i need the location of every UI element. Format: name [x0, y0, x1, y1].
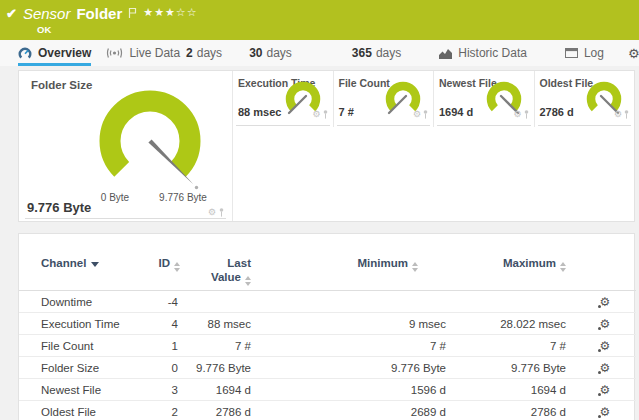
- column-label: Last: [227, 257, 251, 269]
- channel-name[interactable]: File Count: [19, 335, 154, 357]
- gauge-scale-max: 9.776 Byte: [159, 192, 207, 203]
- channel-id: 1: [154, 335, 184, 357]
- pin-icon[interactable]: [219, 203, 224, 221]
- channel-maximum: [454, 291, 574, 313]
- tab-2-days[interactable]: 2 days: [186, 40, 222, 66]
- priority-stars[interactable]: ★★★☆☆: [143, 6, 197, 19]
- table-row: Newest File 3 1694 d 1596 d 1694 d ⚙: [19, 379, 636, 401]
- channel-minimum: 1596 d: [259, 379, 454, 401]
- divider: [25, 218, 226, 219]
- tab-historic-data[interactable]: Historic Data: [439, 40, 527, 66]
- mini-gauges-row: Execution Time 88 msec ⚙ File Count 7 # …: [233, 71, 634, 221]
- channel-last-value: 2786 d: [184, 401, 259, 420]
- tab-365-days[interactable]: 365 days: [352, 40, 401, 66]
- channel-last-value: 9.776 Byte: [184, 357, 259, 379]
- table-row: File Count 1 7 # 7 # 7 # ⚙: [19, 335, 636, 357]
- tab-live-data[interactable]: Live Data: [106, 40, 180, 66]
- sort-icon: [174, 262, 180, 272]
- tab-label: Log: [584, 46, 604, 60]
- pin-icon[interactable]: [624, 105, 629, 123]
- channel-last-value: 1694 d: [184, 379, 259, 401]
- channel-id: 2: [154, 401, 184, 420]
- channel-settings-gear-icon[interactable]: ⚙: [600, 296, 611, 308]
- column-header-channel[interactable]: Channel: [19, 234, 154, 291]
- channel-maximum: 9.776 Byte: [454, 357, 574, 379]
- tab-label: Live Data: [129, 46, 180, 60]
- channel-id: -4: [154, 291, 184, 313]
- file-count-gauge-panel[interactable]: File Count 7 # ⚙: [334, 71, 435, 127]
- channel-settings-gear-icon[interactable]: ⚙: [600, 340, 611, 352]
- channel-id: 4: [154, 313, 184, 335]
- sensor-type-label: Sensor: [23, 5, 71, 22]
- gauge-value: 88 msec: [238, 106, 281, 118]
- oldest-file-gauge-panel[interactable]: Oldest File 2786 d ⚙: [535, 71, 635, 127]
- table-header-row: Channel ID LastValue Minimum Maximum: [19, 234, 636, 291]
- newest-file-gauge-panel[interactable]: Newest File 1694 d ⚙: [434, 71, 535, 127]
- sort-icon: [245, 276, 251, 286]
- tab-label: days: [266, 46, 291, 60]
- column-label: Value: [211, 271, 241, 283]
- folder-size-gauge-panel[interactable]: Folder Size 0 Byte 9.776 Byte 9.776 Byte…: [19, 71, 233, 221]
- column-header-actions: [574, 234, 636, 291]
- channel-settings-gear-icon[interactable]: ⚙: [600, 406, 611, 418]
- table-row: Downtime -4 ⚙: [19, 291, 636, 313]
- channel-name[interactable]: Execution Time: [19, 313, 154, 335]
- channel-settings-gear-icon[interactable]: ⚙: [600, 362, 611, 374]
- channel-maximum: 2786 d: [454, 401, 574, 420]
- channel-settings-gear-icon[interactable]: ⚙: [600, 384, 611, 396]
- column-header-id[interactable]: ID: [154, 234, 184, 291]
- column-header-maximum[interactable]: Maximum: [454, 234, 574, 291]
- gauge-scale-min: 0 Byte: [101, 192, 130, 203]
- status-badge: OK: [37, 24, 639, 35]
- tab-settings[interactable]: ⚙ Settings: [628, 40, 639, 66]
- column-label: Channel: [41, 257, 86, 269]
- overview-gauges-panel: Folder Size 0 Byte 9.776 Byte 9.776 Byte…: [18, 70, 635, 222]
- gear-icon[interactable]: ⚙: [312, 110, 320, 119]
- channel-minimum: [259, 291, 454, 313]
- channel-maximum: 1694 d: [454, 379, 574, 401]
- channel-last-value: 88 msec: [184, 313, 259, 335]
- gear-icon[interactable]: ⚙: [413, 110, 421, 119]
- channel-minimum: 7 #: [259, 335, 454, 357]
- tab-30-days[interactable]: 30 days: [249, 40, 292, 66]
- channel-maximum: 28.022 msec: [454, 313, 574, 335]
- tab-label: days: [376, 46, 401, 60]
- gear-icon[interactable]: ⚙: [208, 208, 216, 217]
- table-row: Execution Time 4 88 msec 9 msec 28.022 m…: [19, 313, 636, 335]
- channel-name[interactable]: Oldest File: [19, 401, 154, 420]
- channel-minimum: 9.776 Byte: [259, 357, 454, 379]
- pin-icon[interactable]: [524, 105, 529, 123]
- pin-icon[interactable]: [423, 105, 428, 123]
- gear-icon[interactable]: ⚙: [614, 110, 622, 119]
- gauge-value: 2786 d: [540, 106, 574, 118]
- sensor-name: Folder: [76, 5, 122, 22]
- tab-bar: Overview Live Data 2 days 30 days 365 da…: [0, 40, 639, 66]
- tab-label: Overview: [38, 46, 91, 60]
- pin-icon[interactable]: [323, 105, 328, 123]
- tab-log[interactable]: Log: [565, 40, 604, 66]
- channel-name[interactable]: Downtime: [19, 291, 154, 313]
- channel-minimum: 9 msec: [259, 313, 454, 335]
- tab-overview[interactable]: Overview: [18, 40, 91, 66]
- column-header-last-value[interactable]: LastValue: [184, 234, 259, 291]
- channel-name[interactable]: Newest File: [19, 379, 154, 401]
- tab-label: days: [197, 46, 222, 60]
- tab-number: 2: [186, 46, 193, 60]
- gauge-value: 1694 d: [439, 106, 473, 118]
- historic-data-icon: [439, 48, 452, 59]
- channel-last-value: [184, 291, 259, 313]
- channel-settings-gear-icon[interactable]: ⚙: [600, 318, 611, 330]
- channel-table-panel: Channel ID LastValue Minimum Maximum Dow…: [18, 233, 635, 420]
- sort-icon: [560, 262, 566, 272]
- sensor-header: ✔ Sensor Folder ★★★☆☆ OK: [0, 0, 639, 40]
- channel-last-value: 7 #: [184, 335, 259, 357]
- table-row: Folder Size 0 9.776 Byte 9.776 Byte 9.77…: [19, 357, 636, 379]
- flag-icon[interactable]: [128, 5, 137, 23]
- gear-icon[interactable]: ⚙: [513, 110, 521, 119]
- column-header-minimum[interactable]: Minimum: [259, 234, 454, 291]
- settings-gear-icon: ⚙: [628, 46, 639, 61]
- gauge-value: 9.776 Byte: [27, 200, 91, 215]
- execution-time-gauge-panel[interactable]: Execution Time 88 msec ⚙: [233, 71, 334, 127]
- live-data-icon: [106, 47, 123, 59]
- channel-name[interactable]: Folder Size: [19, 357, 154, 379]
